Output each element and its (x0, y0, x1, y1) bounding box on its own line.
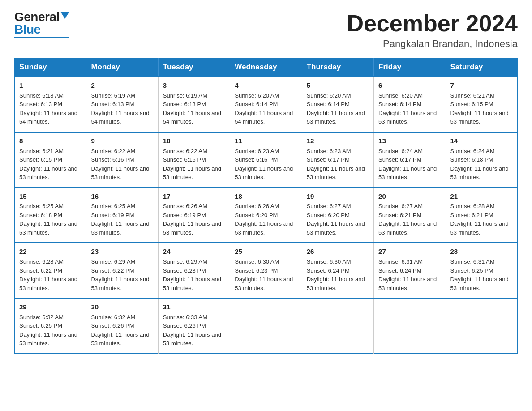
calendar-cell: 18Sunrise: 6:26 AMSunset: 6:20 PMDayligh… (230, 188, 302, 243)
day-info: Sunrise: 6:20 AMSunset: 6:14 PMDaylight:… (235, 91, 297, 126)
logo-triangle-icon (60, 12, 69, 19)
day-info: Sunrise: 6:33 AMSunset: 6:26 PMDaylight:… (163, 313, 225, 348)
day-info: Sunrise: 6:32 AMSunset: 6:25 PMDaylight:… (19, 313, 82, 348)
calendar-cell: 17Sunrise: 6:26 AMSunset: 6:19 PMDayligh… (158, 188, 230, 243)
calendar-cell: 3Sunrise: 6:19 AMSunset: 6:13 PMDaylight… (158, 77, 230, 132)
calendar-cell: 28Sunrise: 6:31 AMSunset: 6:25 PMDayligh… (446, 243, 517, 298)
day-number: 22 (19, 247, 82, 257)
calendar-cell (230, 298, 302, 353)
day-info: Sunrise: 6:22 AMSunset: 6:16 PMDaylight:… (163, 147, 225, 182)
header-sunday: Sunday (15, 58, 86, 77)
day-info: Sunrise: 6:22 AMSunset: 6:16 PMDaylight:… (91, 147, 153, 182)
day-info: Sunrise: 6:23 AMSunset: 6:17 PMDaylight:… (307, 147, 369, 182)
logo-general-text: General (14, 11, 60, 23)
calendar-cell (374, 298, 446, 353)
calendar-cell: 24Sunrise: 6:29 AMSunset: 6:23 PMDayligh… (158, 243, 230, 298)
calendar-cell: 15Sunrise: 6:25 AMSunset: 6:18 PMDayligh… (15, 188, 86, 243)
day-info: Sunrise: 6:29 AMSunset: 6:22 PMDaylight:… (91, 257, 153, 292)
header-thursday: Thursday (302, 58, 373, 77)
calendar-cell: 29Sunrise: 6:32 AMSunset: 6:25 PMDayligh… (15, 298, 86, 353)
day-number: 5 (307, 81, 369, 90)
calendar-cell: 12Sunrise: 6:23 AMSunset: 6:17 PMDayligh… (302, 132, 373, 188)
day-info: Sunrise: 6:19 AMSunset: 6:13 PMDaylight:… (91, 91, 153, 126)
day-info: Sunrise: 6:18 AMSunset: 6:13 PMDaylight:… (19, 91, 82, 126)
calendar-cell: 25Sunrise: 6:30 AMSunset: 6:23 PMDayligh… (230, 243, 302, 298)
logo-blue-text: Blue (14, 23, 69, 36)
day-number: 20 (378, 192, 441, 201)
day-info: Sunrise: 6:21 AMSunset: 6:15 PMDaylight:… (19, 147, 82, 182)
week-row-2: 8Sunrise: 6:21 AMSunset: 6:15 PMDaylight… (15, 132, 518, 188)
calendar-cell: 30Sunrise: 6:32 AMSunset: 6:26 PMDayligh… (86, 298, 158, 353)
calendar-title-block: December 2024 Pangkalan Brandan, Indones… (347, 11, 518, 50)
week-row-1: 1Sunrise: 6:18 AMSunset: 6:13 PMDaylight… (15, 77, 518, 132)
day-info: Sunrise: 6:28 AMSunset: 6:22 PMDaylight:… (19, 257, 82, 292)
day-number: 23 (91, 247, 153, 257)
day-info: Sunrise: 6:23 AMSunset: 6:16 PMDaylight:… (235, 147, 297, 182)
day-number: 28 (450, 247, 513, 257)
page-header: General Blue December 2024 Pangkalan Bra… (14, 11, 518, 50)
day-info: Sunrise: 6:24 AMSunset: 6:18 PMDaylight:… (450, 147, 513, 182)
logo: General Blue (14, 11, 69, 38)
day-number: 18 (235, 192, 297, 201)
calendar-cell: 21Sunrise: 6:28 AMSunset: 6:21 PMDayligh… (446, 188, 517, 243)
calendar-cell: 14Sunrise: 6:24 AMSunset: 6:18 PMDayligh… (446, 132, 517, 188)
day-info: Sunrise: 6:30 AMSunset: 6:23 PMDaylight:… (235, 257, 297, 292)
calendar-cell: 6Sunrise: 6:20 AMSunset: 6:14 PMDaylight… (374, 77, 446, 132)
week-row-3: 15Sunrise: 6:25 AMSunset: 6:18 PMDayligh… (15, 188, 518, 243)
day-number: 25 (235, 247, 297, 257)
week-row-4: 22Sunrise: 6:28 AMSunset: 6:22 PMDayligh… (15, 243, 518, 298)
calendar-cell: 2Sunrise: 6:19 AMSunset: 6:13 PMDaylight… (86, 77, 158, 132)
day-info: Sunrise: 6:25 AMSunset: 6:19 PMDaylight:… (91, 202, 153, 237)
calendar-cell: 20Sunrise: 6:27 AMSunset: 6:21 PMDayligh… (374, 188, 446, 243)
calendar-cell (446, 298, 517, 353)
day-number: 26 (307, 247, 369, 257)
day-number: 29 (19, 302, 82, 312)
day-number: 21 (450, 192, 513, 201)
calendar-cell: 7Sunrise: 6:21 AMSunset: 6:15 PMDaylight… (446, 77, 517, 132)
day-info: Sunrise: 6:31 AMSunset: 6:24 PMDaylight:… (378, 257, 441, 292)
calendar-cell: 10Sunrise: 6:22 AMSunset: 6:16 PMDayligh… (158, 132, 230, 188)
day-number: 9 (91, 136, 153, 146)
day-number: 31 (163, 302, 225, 312)
header-friday: Friday (374, 58, 446, 77)
calendar-cell: 22Sunrise: 6:28 AMSunset: 6:22 PMDayligh… (15, 243, 86, 298)
day-number: 16 (91, 192, 153, 201)
day-info: Sunrise: 6:27 AMSunset: 6:21 PMDaylight:… (378, 202, 441, 237)
day-number: 7 (450, 81, 513, 90)
calendar-cell: 16Sunrise: 6:25 AMSunset: 6:19 PMDayligh… (86, 188, 158, 243)
day-info: Sunrise: 6:20 AMSunset: 6:14 PMDaylight:… (307, 91, 369, 126)
day-info: Sunrise: 6:24 AMSunset: 6:17 PMDaylight:… (378, 147, 441, 182)
day-info: Sunrise: 6:20 AMSunset: 6:14 PMDaylight:… (378, 91, 441, 126)
day-info: Sunrise: 6:21 AMSunset: 6:15 PMDaylight:… (450, 91, 513, 126)
calendar-cell: 8Sunrise: 6:21 AMSunset: 6:15 PMDaylight… (15, 132, 86, 188)
day-number: 14 (450, 136, 513, 146)
day-info: Sunrise: 6:25 AMSunset: 6:18 PMDaylight:… (19, 202, 82, 237)
calendar-cell: 13Sunrise: 6:24 AMSunset: 6:17 PMDayligh… (374, 132, 446, 188)
calendar-cell: 11Sunrise: 6:23 AMSunset: 6:16 PMDayligh… (230, 132, 302, 188)
day-info: Sunrise: 6:26 AMSunset: 6:20 PMDaylight:… (235, 202, 297, 237)
day-number: 10 (163, 136, 225, 146)
calendar-cell: 5Sunrise: 6:20 AMSunset: 6:14 PMDaylight… (302, 77, 373, 132)
calendar-cell: 23Sunrise: 6:29 AMSunset: 6:22 PMDayligh… (86, 243, 158, 298)
logo-underline (14, 37, 69, 38)
calendar-cell: 19Sunrise: 6:27 AMSunset: 6:20 PMDayligh… (302, 188, 373, 243)
day-number: 3 (163, 81, 225, 90)
week-row-5: 29Sunrise: 6:32 AMSunset: 6:25 PMDayligh… (15, 298, 518, 353)
calendar-title: December 2024 (347, 11, 518, 36)
day-headers-row: SundayMondayTuesdayWednesdayThursdayFrid… (15, 58, 518, 77)
day-info: Sunrise: 6:32 AMSunset: 6:26 PMDaylight:… (91, 313, 153, 348)
day-info: Sunrise: 6:19 AMSunset: 6:13 PMDaylight:… (163, 91, 225, 126)
calendar-header: SundayMondayTuesdayWednesdayThursdayFrid… (15, 58, 518, 77)
day-number: 12 (307, 136, 369, 146)
day-number: 24 (163, 247, 225, 257)
header-wednesday: Wednesday (230, 58, 302, 77)
calendar-cell: 9Sunrise: 6:22 AMSunset: 6:16 PMDaylight… (86, 132, 158, 188)
day-number: 4 (235, 81, 297, 90)
header-monday: Monday (86, 58, 158, 77)
day-info: Sunrise: 6:27 AMSunset: 6:20 PMDaylight:… (307, 202, 369, 237)
day-info: Sunrise: 6:29 AMSunset: 6:23 PMDaylight:… (163, 257, 225, 292)
day-number: 15 (19, 192, 82, 201)
day-number: 6 (378, 81, 441, 90)
day-info: Sunrise: 6:28 AMSunset: 6:21 PMDaylight:… (450, 202, 513, 237)
calendar-cell: 1Sunrise: 6:18 AMSunset: 6:13 PMDaylight… (15, 77, 86, 132)
